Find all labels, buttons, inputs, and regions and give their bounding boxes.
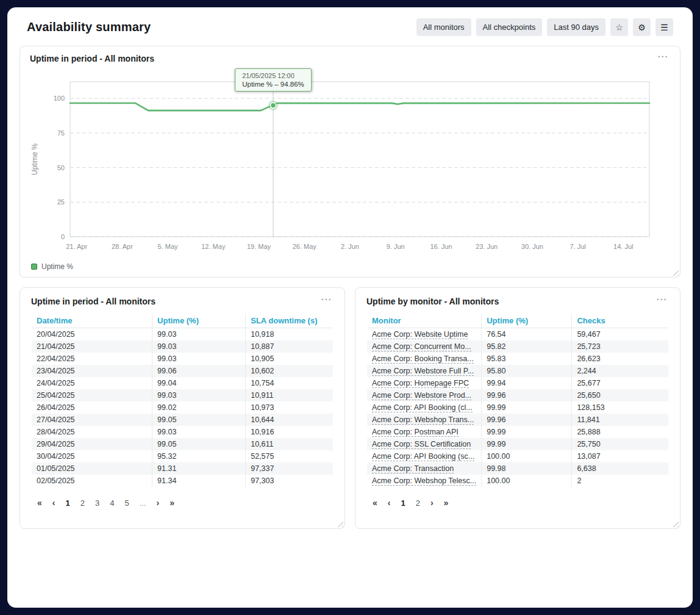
table-cell: 99.94 [482,377,572,389]
table-row: 24/04/202599.0410,754 [32,377,333,389]
filter-all-monitors-button[interactable]: All monitors [416,18,471,36]
svg-text:19. May: 19. May [247,243,271,250]
chart-canvas[interactable]: 025507510021. Apr28. Apr5. May12. May19.… [27,66,662,262]
monitor-link[interactable]: Acme Corp: SSL Certification [372,440,471,449]
prev-page-button[interactable]: ‹ [49,497,59,509]
page-1-button[interactable]: 1 [62,497,73,509]
svg-text:26. May: 26. May [293,243,317,250]
filter-all-checkpoints-button[interactable]: All checkpoints [476,18,543,36]
column-header-sla-downtime-s: SLA downtime (s) [246,314,333,328]
monitor-table-menu-button[interactable]: ⋯ [654,297,669,303]
table-cell: 23/04/2025 [32,365,152,377]
gear-icon: ⚙ [638,23,646,32]
monitor-cell: Acme Corp: Webshop Telesc... [367,475,482,487]
monitor-cell: Acme Corp: Homepage FPC [367,377,482,389]
table-row: Acme Corp: Postman API99.9925,888 [367,426,668,438]
table-cell: 99.05 [152,438,246,450]
monitor-link[interactable]: Acme Corp: API Booking (sc... [372,452,474,461]
table-cell: 25,723 [572,340,668,353]
monitor-link[interactable]: Acme Corp: API Booking (cl... [372,403,473,412]
monitor-cell: Acme Corp: Webshop Trans... [367,414,482,426]
table-cell: 99.04 [152,377,246,389]
table-cell: 2 [572,475,668,487]
svg-text:23. Jun: 23. Jun [476,243,498,250]
table-cell: 99.98 [482,462,572,475]
page-2-button[interactable]: 2 [77,497,88,509]
last-page-button[interactable]: » [440,497,452,509]
table-row: Acme Corp: API Booking (sc...100.0013,08… [367,450,668,462]
monitor-cell: Acme Corp: Transaction [367,462,482,475]
daily-table-menu-button[interactable]: ⋯ [318,297,334,303]
chart-legend[interactable]: Uptime % [27,262,673,273]
monitor-link[interactable]: Acme Corp: Webstore Prod... [372,391,471,400]
star-icon: ☆ [615,23,623,32]
first-page-button[interactable]: « [34,497,46,509]
resize-grip[interactable] [337,520,343,527]
daily-table-title: Uptime in period - All monitors [31,297,155,306]
table-cell: 99.96 [482,414,572,426]
page-4-button[interactable]: 4 [106,497,118,509]
chart-panel-header: Uptime in period - All monitors ⋯ [27,52,673,66]
chart-panel-menu-button[interactable]: ⋯ [655,54,670,60]
svg-text:12. May: 12. May [201,243,226,250]
table-cell: 95.82 [482,340,572,353]
chart-tooltip: 21/05/2025 12:00 Uptime % – 94.86% [235,68,312,92]
svg-text:25: 25 [57,198,65,206]
table-cell: 27/04/2025 [32,414,152,426]
monitor-link[interactable]: Acme Corp: Postman API [372,428,459,437]
table-row: 23/04/202599.0610,602 [32,365,333,377]
table-cell: 13,087 [572,450,668,462]
svg-text:75: 75 [57,129,65,137]
menu-button[interactable]: ☰ [655,18,673,36]
uptime-line-chart[interactable]: 025507510021. Apr28. Apr5. May12. May19.… [27,66,673,262]
table-cell: 100.00 [482,450,572,462]
resize-grip[interactable] [672,269,679,276]
page-5-button[interactable]: 5 [121,497,132,509]
monitor-uptime-table: MonitorUptime (%)ChecksAcme Corp: Websit… [367,314,668,487]
svg-text:100: 100 [54,95,65,102]
next-page-button[interactable]: › [427,497,437,509]
page-3-button[interactable]: 3 [91,497,103,509]
monitor-link[interactable]: Acme Corp: Homepage FPC [372,379,469,388]
table-cell: 25/04/2025 [32,389,152,401]
monitor-link[interactable]: Acme Corp: Concurrent Mo... [372,342,471,351]
monitor-cell: Acme Corp: Webstore Prod... [367,389,482,401]
monitor-cell: Acme Corp: Webstore Full P... [367,365,482,377]
first-page-button[interactable]: « [369,497,381,509]
table-cell: 25,750 [572,438,668,450]
tables-row: Uptime in period - All monitors ⋯ Date/t… [20,287,680,529]
table-row: 02/05/202591.3497,303 [32,475,333,487]
table-row: Acme Corp: Transaction99.986,638 [367,462,668,475]
page-2-button[interactable]: 2 [412,497,424,509]
table-cell: 2,244 [572,365,668,377]
resize-grip[interactable] [672,520,679,527]
table-cell: 26/04/2025 [32,401,152,414]
monitor-link[interactable]: Acme Corp: Webstore Full P... [372,367,474,376]
monitor-link[interactable]: Acme Corp: Transaction [372,464,454,473]
table-cell: 10,918 [246,328,333,341]
monitor-link[interactable]: Acme Corp: Booking Transa... [372,354,474,364]
page-1-button[interactable]: 1 [397,497,409,509]
svg-text:21. Apr: 21. Apr [66,243,87,250]
monitor-link[interactable]: Acme Corp: Webshop Telesc... [372,477,476,486]
svg-text:Uptime %: Uptime % [30,143,39,175]
table-cell: 99.06 [152,365,246,377]
settings-button[interactable]: ⚙ [633,18,651,36]
table-cell: 99.03 [152,389,246,401]
table-row: 21/04/202599.0310,887 [32,340,333,353]
last-page-button[interactable]: » [166,497,178,509]
next-page-button[interactable]: › [152,497,163,509]
monitor-link[interactable]: Acme Corp: Website Uptime [372,330,468,339]
monitor-cell: Acme Corp: API Booking (cl... [367,401,482,414]
prev-page-button[interactable]: ‹ [384,497,395,509]
table-cell: 99.02 [152,401,246,414]
table-row: Acme Corp: Concurrent Mo...95.8225,723 [367,340,668,353]
monitor-cell: Acme Corp: Website Uptime [367,328,482,341]
daily-table-pagination: «‹12345...›» [34,497,336,509]
filter-period-button[interactable]: Last 90 days [547,18,605,36]
table-cell: 28/04/2025 [32,426,152,438]
favorite-button[interactable]: ☆ [610,18,628,36]
daily-table-header: Uptime in period - All monitors ⋯ [29,295,336,309]
monitor-link[interactable]: Acme Corp: Webshop Trans... [372,415,474,425]
table-row: Acme Corp: SSL Certification99.9925,750 [367,438,668,450]
